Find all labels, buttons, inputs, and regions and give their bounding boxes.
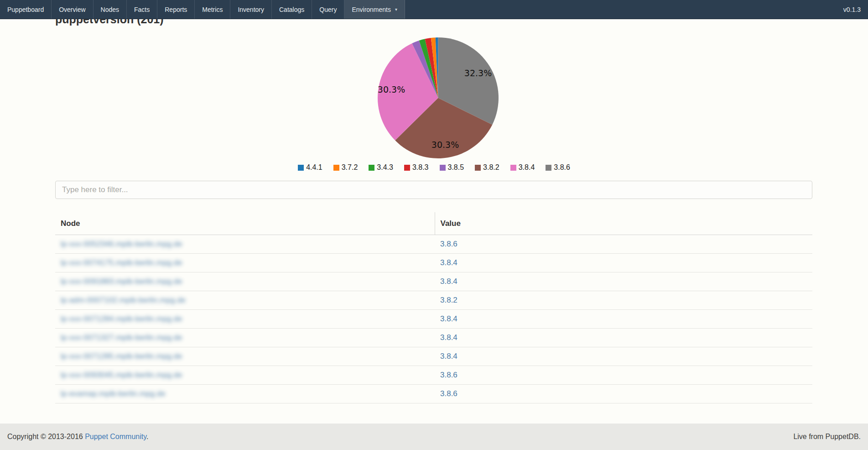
legend-swatch-icon [369,165,374,171]
nav-item-puppetboard[interactable]: Puppetboard [0,0,52,19]
table-row: lp-xxx-0074175.mpib-berlin.mpg.de3.8.4 [55,254,812,272]
nav-item-overview[interactable]: Overview [52,0,93,19]
table-header-row: Node Value [55,212,812,235]
nav-item-nodes[interactable]: Nodes [94,0,127,19]
legend-label: 4.4.1 [306,163,322,172]
value-link[interactable]: 3.8.6 [440,389,457,398]
node-link-blurred[interactable]: lp-xxx-0091883.mpib-berlin.mpg.de [61,277,182,286]
table-row: lp-xxx-0071327.mpib-berlin.mpg.de3.8.4 [55,329,812,347]
nav-item-catalogs[interactable]: Catalogs [272,0,312,19]
puppet-community-link[interactable]: Puppet Community [85,433,146,440]
version-label: v0.1.3 [836,0,868,19]
fact-pie-chart: 32.3% 30.3% 30.3% [378,37,499,158]
table-row: lp-xxx-0091883.mpib-berlin.mpg.de3.8.4 [55,272,812,291]
value-link[interactable]: 3.8.2 [440,296,457,304]
node-link-blurred[interactable]: lp-xxx-0071284.mpib-berlin.mpg.de [61,314,182,323]
legend-label: 3.8.5 [448,163,464,172]
legend-item-3.4.3: 3.4.3 [369,163,393,172]
footer-copyright-text: Copyright © 2013-2016 [7,433,85,440]
legend-label: 3.8.4 [519,163,535,172]
value-link[interactable]: 3.8.6 [440,371,457,379]
legend-item-4.4.1: 4.4.1 [298,163,322,172]
legend-swatch-icon [475,165,481,171]
nav-item-environments[interactable]: Environments ▾ [344,0,405,19]
filter-input[interactable] [55,181,812,199]
value-link[interactable]: 3.8.4 [440,352,457,361]
legend-label: 3.4.3 [377,163,393,172]
legend-swatch-icon [546,165,551,171]
legend-swatch-icon [440,165,446,171]
nav-item-inventory[interactable]: Inventory [230,0,272,19]
fact-table: Node Value lp-xxx-0052346.mpib-berlin.mp… [55,212,812,403]
navbar: PuppetboardOverviewNodesFactsReportsMetr… [0,0,868,19]
legend-swatch-icon [333,165,339,171]
legend-label: 3.8.2 [483,163,499,172]
footer-copyright: Copyright © 2013-2016 Puppet Community. [7,433,148,441]
legend-label: 3.7.2 [342,163,358,172]
table-row: lp-evamap.mpib-berlin.mpg.de3.8.6 [55,385,812,403]
value-link[interactable]: 3.8.6 [440,240,457,248]
nav-spacer [405,0,836,19]
value-link[interactable]: 3.8.4 [440,258,457,267]
value-link[interactable]: 3.8.4 [440,314,457,323]
node-link-blurred[interactable]: lp-xxx-0093045.mpib-berlin.mpg.de [61,371,182,379]
legend-label: 3.8.3 [412,163,429,172]
nav-item-metrics[interactable]: Metrics [195,0,230,19]
node-link-blurred[interactable]: lp-adm-0007102.mpib-berlin.mpg.de [61,296,186,304]
nav-item-query[interactable]: Query [312,0,344,19]
node-link-blurred[interactable]: lp-xxx-0071327.mpib-berlin.mpg.de [61,333,182,342]
legend-swatch-icon [510,165,516,171]
nav-menu: PuppetboardOverviewNodesFactsReportsMetr… [0,0,405,19]
footer-status: Live from PuppetDB. [793,433,861,441]
nav-item-facts[interactable]: Facts [127,0,157,19]
chevron-down-icon: ▾ [395,7,397,12]
node-link-blurred[interactable]: lp-xxx-0071285.mpib-berlin.mpg.de [61,352,182,361]
legend-item-3.8.4: 3.8.4 [510,163,535,172]
legend-item-3.7.2: 3.7.2 [333,163,358,172]
nav-item-reports[interactable]: Reports [157,0,195,19]
nav-item-environments-label: Environments [352,6,391,13]
legend-label: 3.8.6 [554,163,570,172]
table-row: lp-xxx-0052346.mpib-berlin.mpg.de3.8.6 [55,235,812,254]
node-link-blurred[interactable]: lp-xxx-0052346.mpib-berlin.mpg.de [61,240,182,248]
legend-item-3.8.6: 3.8.6 [546,163,570,172]
legend-item-3.8.2: 3.8.2 [475,163,499,172]
value-link[interactable]: 3.8.4 [440,277,457,286]
legend-item-3.8.5: 3.8.5 [440,163,464,172]
footer-copyright-period: . [146,433,148,440]
value-link[interactable]: 3.8.4 [440,333,457,342]
node-link-blurred[interactable]: lp-evamap.mpib-berlin.mpg.de [61,389,166,398]
legend-item-3.8.3: 3.8.3 [404,163,429,172]
table-row: lp-xxx-0071285.mpib-berlin.mpg.de3.8.4 [55,347,812,366]
column-header-value: Value [435,212,812,235]
footer: Copyright © 2013-2016 Puppet Community. … [0,424,868,450]
pie-chart-svg [378,37,499,158]
table-row: lp-xxx-0071284.mpib-berlin.mpg.de3.8.4 [55,310,812,329]
legend-swatch-icon [404,165,410,171]
node-link-blurred[interactable]: lp-xxx-0074175.mpib-berlin.mpg.de [61,258,182,267]
column-header-node: Node [55,212,435,235]
table-row: lp-adm-0007102.mpib-berlin.mpg.de3.8.2 [55,291,812,310]
chart-legend: 4.4.13.7.23.4.33.8.33.8.53.8.23.8.43.8.6 [0,163,868,172]
legend-swatch-icon [298,165,304,171]
table-row: lp-xxx-0093045.mpib-berlin.mpg.de3.8.6 [55,366,812,385]
